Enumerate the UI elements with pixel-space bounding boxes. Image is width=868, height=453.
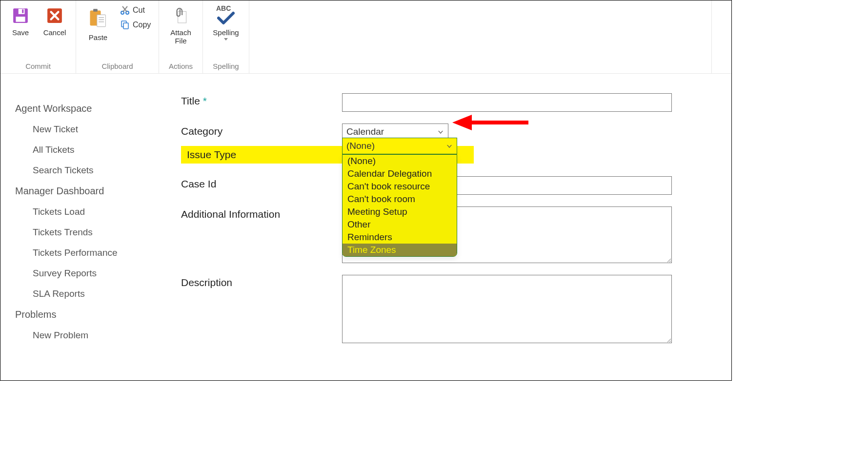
issue-type-option-meeting-setup[interactable]: Meeting Setup (343, 206, 457, 218)
chevron-down-icon (438, 131, 443, 134)
svg-rect-1 (16, 17, 25, 22)
sidebar-item-tickets-load[interactable]: Tickets Load (15, 202, 166, 222)
issue-type-value: (None) (346, 141, 375, 151)
required-star: * (203, 95, 207, 106)
issue-type-option-none[interactable]: (None) (343, 155, 457, 167)
paste-button[interactable]: Paste (79, 2, 117, 42)
attach-file-button-label: AttachFile (170, 29, 191, 45)
issue-type-label: Issue Type (181, 146, 342, 164)
sidebar-item-search-tickets[interactable]: Search Tickets (15, 160, 166, 181)
copy-icon (120, 20, 130, 30)
sidebar-item-survey-reports[interactable]: Survey Reports (15, 263, 166, 284)
additional-label: Additional Information (181, 206, 342, 220)
issue-type-options: (None) Calendar Delegation Can't book re… (342, 154, 457, 257)
title-field[interactable] (342, 93, 672, 112)
save-icon (12, 7, 29, 24)
sidebar-item-new-ticket[interactable]: New Ticket (15, 119, 166, 140)
paperclip-icon (173, 7, 189, 24)
description-label: Description (181, 275, 342, 288)
cancel-button-label: Cancel (43, 29, 66, 37)
cut-button-label: Cut (133, 6, 145, 15)
category-label: Category (181, 124, 342, 137)
svg-rect-6 (93, 9, 98, 12)
copy-button[interactable]: Copy (120, 20, 151, 30)
svg-rect-14 (123, 23, 128, 29)
ribbon-group-actions-label: Actions (162, 60, 200, 73)
attach-file-button[interactable]: AttachFile (164, 2, 198, 45)
title-label: Title * (181, 93, 342, 107)
issue-type-option-cant-book-room[interactable]: Can't book room (343, 193, 457, 206)
scissors-icon (120, 5, 130, 15)
issue-type-option-reminders[interactable]: Reminders (343, 231, 457, 244)
ribbon-group-actions: AttachFile Actions (159, 0, 203, 73)
description-field[interactable] (342, 275, 672, 343)
issue-type-option-other[interactable]: Other (343, 218, 457, 231)
svg-rect-2 (19, 9, 25, 14)
svg-rect-3 (22, 9, 23, 13)
sidebar-item-manager-dashboard[interactable]: Manager Dashboard (15, 181, 166, 202)
sidebar: Agent Workspace New Ticket All Tickets S… (0, 74, 176, 380)
category-value: Calendar (346, 126, 384, 137)
ribbon-group-commit: Save Cancel Commit (0, 0, 76, 73)
save-button-label: Save (12, 29, 29, 37)
caseid-label: Case Id (181, 176, 342, 190)
sidebar-item-problems[interactable]: Problems (15, 304, 166, 325)
chevron-down-icon (224, 38, 228, 41)
sidebar-item-agent-workspace[interactable]: Agent Workspace (15, 98, 166, 119)
cut-button[interactable]: Cut (120, 5, 151, 15)
issue-type-option-time-zones[interactable]: Time Zones (343, 244, 457, 256)
ribbon-group-spelling-label: Spelling (206, 60, 246, 73)
row-description: Description (181, 275, 717, 343)
cancel-icon (46, 7, 63, 24)
copy-button-label: Copy (133, 21, 151, 29)
sidebar-item-all-tickets[interactable]: All Tickets (15, 140, 166, 160)
paste-icon (87, 7, 109, 29)
svg-rect-7 (97, 15, 106, 26)
ribbon: Save Cancel Commit (0, 0, 731, 74)
save-button[interactable]: Save (3, 2, 38, 37)
check-icon (217, 11, 235, 25)
row-title: Title * (181, 93, 717, 112)
ribbon-group-spelling: ABC Spelling Spelling (203, 0, 249, 73)
cancel-button[interactable]: Cancel (38, 2, 72, 37)
issue-type-container: (None) (None) Calendar Delegation Can't … (342, 138, 457, 154)
sidebar-item-new-problem[interactable]: New Problem (15, 325, 166, 346)
sidebar-item-sla-reports[interactable]: SLA Reports (15, 284, 166, 304)
form-area: Title * Category Calendar Issue Type (No… (176, 74, 731, 380)
issue-type-option-calendar-delegation[interactable]: Calendar Delegation (343, 167, 457, 180)
chevron-down-icon (447, 145, 452, 148)
sidebar-item-tickets-trends[interactable]: Tickets Trends (15, 222, 166, 243)
issue-type-option-cant-book-resource[interactable]: Can't book resource (343, 180, 457, 193)
ribbon-group-commit-label: Commit (3, 60, 73, 73)
ribbon-group-clipboard: Paste Cut Copy (76, 0, 159, 73)
spelling-button[interactable]: ABC Spelling (207, 2, 245, 41)
main-layout: Agent Workspace New Ticket All Tickets S… (0, 74, 731, 380)
sidebar-item-tickets-performance[interactable]: Tickets Performance (15, 243, 166, 263)
ribbon-group-clipboard-label: Clipboard (79, 60, 156, 73)
spelling-button-label: Spelling (213, 29, 239, 37)
paste-button-label: Paste (89, 34, 107, 42)
issue-type-dropdown[interactable]: (None) (342, 138, 457, 154)
